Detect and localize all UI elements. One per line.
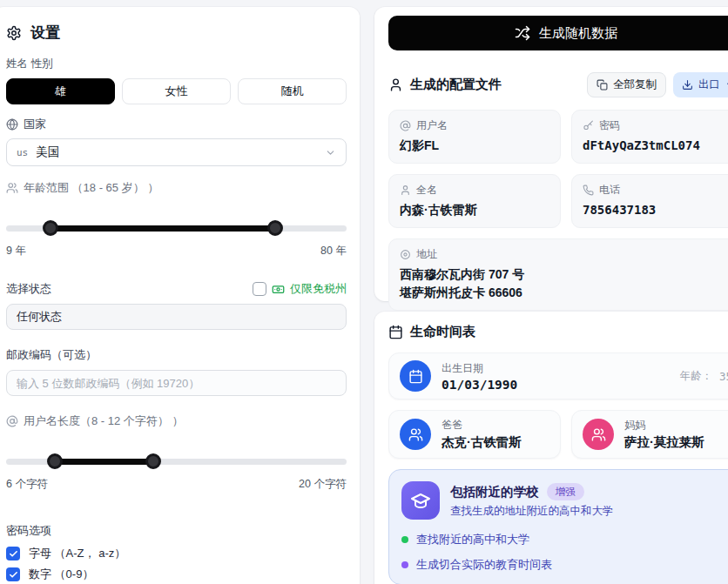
users-icon bbox=[6, 182, 18, 194]
fullname-value: 内森·古铁雷斯 bbox=[400, 201, 549, 219]
copy-all-button[interactable]: 全部复制 bbox=[587, 72, 666, 97]
enhanced-badge: 增强 bbox=[547, 483, 584, 500]
state-label: 选择状态 bbox=[6, 281, 51, 297]
gear-icon bbox=[6, 25, 22, 41]
zip-input[interactable] bbox=[6, 370, 347, 396]
username-max-label: 20 个字符 bbox=[299, 477, 347, 492]
tax-free-checkbox[interactable] bbox=[253, 282, 266, 296]
phone-icon bbox=[583, 185, 594, 196]
country-code: us bbox=[17, 147, 28, 158]
slider-range bbox=[51, 225, 275, 232]
graduation-cap-icon bbox=[401, 481, 440, 520]
password-card: 密码 dFtAyQaZ3tmCL074 bbox=[571, 110, 728, 164]
age-range-slider[interactable] bbox=[6, 220, 347, 236]
username-slider-labels: 6 个字符 20 个字符 bbox=[6, 477, 347, 492]
state-input[interactable] bbox=[6, 304, 347, 330]
at-sign-icon bbox=[6, 415, 18, 427]
password-letters-row: 字母 （A-Z， a-z） bbox=[6, 544, 347, 563]
age-min-handle[interactable] bbox=[43, 220, 58, 236]
digits-checkbox[interactable] bbox=[6, 567, 20, 581]
at-sign-icon bbox=[400, 120, 411, 131]
password-label: 密码 bbox=[599, 118, 620, 133]
slider-range bbox=[55, 459, 153, 465]
birth-label: 出生日期 bbox=[442, 361, 517, 376]
letters-checkbox[interactable] bbox=[6, 547, 20, 561]
profile-title-group: 生成的配置文件 bbox=[388, 77, 502, 93]
settings-title: 设置 bbox=[30, 23, 60, 43]
father-label: 爸爸 bbox=[442, 418, 522, 433]
location-icon bbox=[400, 249, 411, 260]
age-value: 35 bbox=[719, 370, 728, 383]
timeline-header: 生命时间表 bbox=[388, 324, 728, 340]
export-button[interactable]: 出口 bbox=[673, 72, 728, 97]
address-line2: 堪萨斯州托皮卡 66606 bbox=[400, 284, 728, 302]
key-icon bbox=[583, 120, 594, 131]
age-min-label: 9 年 bbox=[6, 244, 26, 258]
username-length-slider[interactable] bbox=[6, 453, 347, 469]
father-value: 杰克·古铁雷斯 bbox=[442, 434, 522, 451]
settings-panel: 设置 姓名 性别 雄 女性 随机 国家 us 美国 年龄范围 （18 - 65 … bbox=[0, 7, 360, 584]
mother-value: 萨拉·莫拉莱斯 bbox=[624, 434, 704, 451]
username-max-handle[interactable] bbox=[145, 453, 161, 469]
schools-bullet-2: 生成切合实际的教育时间表 bbox=[401, 557, 728, 573]
phone-label: 电话 bbox=[599, 183, 620, 198]
schools-bullet-2-text: 生成切合实际的教育时间表 bbox=[416, 557, 552, 573]
gender-random-button[interactable]: 随机 bbox=[238, 78, 347, 104]
gender-toggle-group: 雄 女性 随机 bbox=[6, 78, 347, 104]
country-select[interactable]: us 美国 bbox=[6, 138, 347, 166]
tax-free-option: 仅限免税州 bbox=[253, 281, 347, 297]
copy-all-label: 全部复制 bbox=[613, 77, 657, 92]
settings-header: 设置 bbox=[6, 23, 347, 43]
phone-card: 电话 7856437183 bbox=[571, 174, 728, 228]
username-length-label: 用户名长度（8 - 12 个字符） ） bbox=[24, 413, 183, 429]
schools-bullet-1: 查找附近的高中和大学 bbox=[401, 532, 728, 547]
age-box: 年龄： 35 bbox=[679, 369, 728, 384]
digits-label: 数字 （0-9） bbox=[29, 567, 93, 582]
password-value: dFtAyQaZ3tmCL074 bbox=[583, 137, 728, 155]
shuffle-icon bbox=[515, 25, 530, 41]
zip-label: 邮政编码（可选） bbox=[6, 347, 347, 363]
username-card: 用户名 幻影FL bbox=[388, 110, 561, 164]
timeline-grid: 出生日期 01/03/1990 年龄： 35 爸爸 杰克·古铁雷斯 妈妈 bbox=[388, 352, 728, 459]
users-icon bbox=[400, 419, 431, 450]
country-label: 国家 bbox=[24, 117, 46, 132]
age-max-label: 80 年 bbox=[320, 244, 347, 258]
nearby-schools-card[interactable]: 包括附近的学校 增强 查找生成的地址附近的高中和大学 查找附近的高中和大学 生成… bbox=[388, 469, 728, 584]
export-label: 出口 bbox=[698, 77, 720, 92]
tax-free-label: 仅限免税州 bbox=[290, 281, 347, 297]
password-options-label: 密码选项 bbox=[6, 523, 347, 539]
schools-bullet-1-text: 查找附近的高中和大学 bbox=[416, 532, 529, 547]
schools-subtitle: 查找生成的地址附近的高中和大学 bbox=[450, 504, 614, 519]
birth-date-card: 出生日期 01/03/1990 年龄： 35 bbox=[388, 352, 728, 399]
green-dot-icon bbox=[401, 536, 408, 543]
purple-dot-icon bbox=[401, 561, 408, 568]
person-icon bbox=[388, 77, 403, 92]
gender-male-button[interactable]: 雄 bbox=[6, 78, 115, 104]
profile-panel: 生成随机数据 生成的配置文件 全部复制 出口 bbox=[374, 7, 728, 301]
country-value: 美国 bbox=[36, 144, 59, 160]
fullname-label: 全名 bbox=[416, 183, 437, 198]
generate-button-label: 生成随机数据 bbox=[539, 25, 617, 42]
age-range-label: 年龄范围 （18 - 65 岁） ） bbox=[24, 180, 158, 196]
calendar-icon bbox=[388, 325, 403, 339]
address-card: 地址 西南穆尔瓦内街 707 号 堪萨斯州托皮卡 66606 bbox=[388, 238, 728, 311]
age-max-handle[interactable] bbox=[267, 220, 283, 236]
generate-button[interactable]: 生成随机数据 bbox=[388, 16, 728, 50]
fullname-card: 全名 内森·古铁雷斯 bbox=[388, 174, 561, 228]
gender-female-button[interactable]: 女性 bbox=[122, 78, 231, 104]
copy-icon bbox=[597, 79, 608, 91]
person-icon bbox=[400, 185, 411, 196]
state-row: 选择状态 仅限免税州 bbox=[6, 281, 347, 297]
father-card: 爸爸 杰克·古铁雷斯 bbox=[388, 410, 561, 459]
username-min-handle[interactable] bbox=[47, 453, 63, 469]
username-value: 幻影FL bbox=[400, 137, 549, 155]
password-digits-row: 数字 （0-9） bbox=[6, 565, 347, 584]
name-gender-label: 姓名 性别 bbox=[6, 57, 347, 71]
username-length-row: 用户名长度（8 - 12 个字符） ） bbox=[6, 413, 347, 429]
timeline-panel: 生命时间表 出生日期 01/03/1990 年龄： 35 爸爸 杰克·古铁雷斯 bbox=[374, 312, 728, 584]
mother-card: 妈妈 萨拉·莫拉莱斯 bbox=[571, 410, 728, 459]
country-label-row: 国家 bbox=[6, 117, 347, 132]
globe-icon bbox=[6, 118, 18, 131]
schools-title: 包括附近的学校 bbox=[450, 484, 539, 500]
letters-label: 字母 （A-Z， a-z） bbox=[29, 546, 125, 561]
